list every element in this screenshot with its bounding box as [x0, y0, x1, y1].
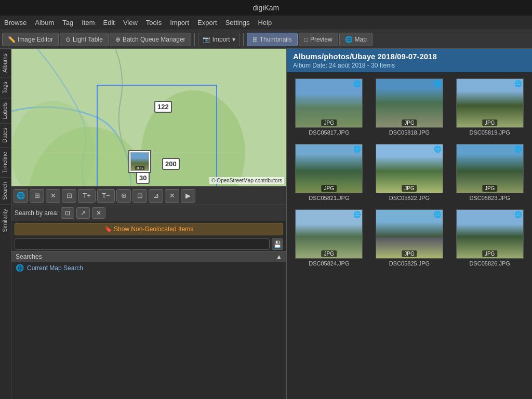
menu-item-export[interactable]: Export: [197, 19, 217, 26]
map-play-btn[interactable]: ▶: [181, 189, 195, 203]
thumbnails-icon: ⊞: [252, 36, 258, 43]
map-tplus-btn[interactable]: T+: [78, 189, 96, 203]
menubar: BrowseAlbumTagItemEditViewToolsImportExp…: [0, 16, 532, 30]
thumbnails-button[interactable]: ⊞ Thumbnails: [247, 33, 298, 46]
cluster-200[interactable]: 200: [162, 158, 180, 170]
preview-button[interactable]: □ Preview: [299, 33, 338, 46]
map-x-btn[interactable]: ✕: [46, 189, 60, 203]
search-save-btn[interactable]: 💾: [272, 238, 283, 250]
show-non-geo-button[interactable]: 🔖 Show Non-Geolocated Items: [15, 223, 283, 235]
thumbnail-item[interactable]: 🌐JPGDSC05824.JPG: [291, 207, 367, 269]
menu-item-import[interactable]: Import: [170, 19, 189, 26]
menu-item-view[interactable]: View: [123, 19, 138, 26]
thumbnail-image: 🌐JPG: [456, 144, 524, 193]
map-move-btn[interactable]: ⊕: [116, 189, 131, 203]
thumbnail-name: DSC05821.JPG: [309, 195, 349, 201]
search-area-arrow-btn[interactable]: ↗: [76, 207, 90, 219]
thumbnail-item[interactable]: 🌐JPGDSC05817.JPG: [291, 76, 367, 138]
menu-item-item[interactable]: Item: [82, 19, 95, 26]
search-item-current-map[interactable]: 🌐 Current Map Search: [11, 262, 286, 274]
left-tab-search[interactable]: Search: [0, 177, 11, 204]
batch-queue-icon: ⊕: [115, 36, 121, 43]
toolbar: ✏️ Image Editor ⊙ Light Table ⊕ Batch Qu…: [0, 30, 532, 49]
searches-collapse-icon[interactable]: ▲: [276, 253, 282, 260]
jpg-badge: JPG: [322, 250, 337, 257]
menu-item-tools[interactable]: Tools: [146, 19, 162, 26]
app-title: digiKam: [253, 4, 280, 12]
map-container[interactable]: Parc national du Mercantour (cœur) Parco…: [11, 49, 286, 186]
left-tabs: AlbumsTagsLabelsDatesTimelineSearchSimil…: [0, 49, 11, 399]
menu-item-settings[interactable]: Settings: [225, 19, 250, 26]
batch-queue-button[interactable]: ⊕ Batch Queue Manager: [110, 33, 191, 46]
thumbnail-image: 🌐JPG: [376, 144, 443, 193]
left-tab-labels[interactable]: Labels: [0, 98, 11, 123]
geo-icon: 🌐: [434, 80, 442, 87]
right-panel: Albums/photos/Ubaye 2018/09-07-2018 Albu…: [287, 49, 532, 399]
menu-item-tag[interactable]: Tag: [62, 19, 73, 26]
menu-item-browse[interactable]: Browse: [4, 19, 26, 26]
thumbnail-item[interactable]: 🌐JPGDSC05819.JPG: [451, 76, 528, 138]
map-box-btn[interactable]: ⊡: [132, 189, 147, 203]
left-tab-albums[interactable]: Albums: [0, 49, 11, 77]
thumbnail-image: 🌐JPG: [295, 78, 363, 128]
left-tab-similarity[interactable]: Similarity: [0, 204, 11, 236]
thumbnail-item[interactable]: 🌐JPGDSC05821.JPG: [291, 142, 367, 203]
map-grid-btn[interactable]: ⊞: [30, 189, 44, 203]
geo-icon: 🌐: [353, 211, 361, 218]
thumbnail-image: 🌐JPG: [295, 209, 363, 259]
map-tminus-btn[interactable]: T−: [97, 189, 115, 203]
searches-list: 🌐 Current Map Search: [11, 262, 286, 399]
menu-item-edit[interactable]: Edit: [103, 19, 114, 26]
geo-icon: 🌐: [353, 80, 361, 87]
left-tab-timeline[interactable]: Timeline: [0, 147, 11, 177]
map-globe-btn[interactable]: 🌐: [14, 189, 28, 203]
import-icon: 📷: [203, 36, 210, 43]
toolbar-separator-2: [243, 33, 244, 46]
cluster-photo[interactable]: JPG: [128, 150, 151, 173]
search-item-label: Current Map Search: [27, 264, 83, 272]
cluster-30[interactable]: 30: [136, 172, 150, 184]
left-tab-dates[interactable]: Dates: [0, 123, 11, 147]
geo-icon: 🌐: [353, 145, 361, 153]
map-filter-btn[interactable]: ⊿: [149, 189, 163, 203]
menu-item-album[interactable]: Album: [35, 19, 54, 26]
search-area-clear-btn[interactable]: ✕: [92, 207, 105, 219]
search-area-row: Search by area: ⊡ ↗ ✕: [11, 205, 286, 221]
image-editor-button[interactable]: ✏️ Image Editor: [2, 33, 59, 46]
thumbnail-name: DSC05826.JPG: [470, 260, 510, 267]
thumbnail-name: DSC05817.JPG: [309, 129, 349, 136]
menu-item-help[interactable]: Help: [258, 19, 272, 26]
light-table-icon: ⊙: [65, 36, 71, 43]
light-table-button[interactable]: ⊙ Light Table: [60, 33, 109, 46]
jpg-badge: JPG: [322, 119, 337, 126]
map-icon: 🌐: [345, 36, 353, 43]
map-square-btn[interactable]: ⊡: [62, 189, 76, 203]
thumbnail-item[interactable]: 🌐JPGDSC05823.JPG: [451, 142, 528, 203]
thumbnail-item[interactable]: 🌐JPGDSC05826.JPG: [451, 207, 528, 269]
map-close-btn[interactable]: ✕: [165, 189, 179, 203]
search-text-input[interactable]: [15, 238, 270, 250]
thumbnail-name: DSC05823.JPG: [470, 195, 510, 201]
album-title: Albums/photos/Ubaye 2018/09-07-2018: [293, 52, 526, 61]
search-area-rect-btn[interactable]: ⊡: [61, 207, 74, 219]
map-button[interactable]: 🌐 Map: [339, 33, 373, 46]
thumbnail-item[interactable]: 🌐JPGDSC05825.JPG: [371, 207, 448, 269]
jpg-badge: JPG: [482, 250, 497, 257]
geo-icon: 🌐: [434, 145, 442, 153]
geo-icon: 🌐: [514, 211, 522, 218]
thumbnail-name: DSC05819.JPG: [470, 129, 510, 136]
left-tab-tags[interactable]: Tags: [0, 77, 11, 98]
thumbnail-name: DSC05825.JPG: [389, 260, 430, 267]
geo-icon: 🌐: [514, 80, 522, 87]
thumbnail-image: 🌐JPG: [295, 144, 363, 193]
cluster-122[interactable]: 122: [154, 101, 172, 113]
thumbnail-image: 🌐JPG: [376, 209, 443, 259]
jpg-badge: JPG: [322, 185, 337, 192]
jpg-badge: JPG: [402, 185, 417, 192]
thumbnail-item[interactable]: 🌐JPGDSC05822.JPG: [371, 142, 448, 203]
import-button[interactable]: 📷 Import ▾: [198, 33, 240, 46]
thumbnail-name: DSC05818.JPG: [389, 129, 430, 136]
geo-icon: 🌐: [434, 211, 442, 218]
thumbnail-item[interactable]: 🌐JPGDSC05818.JPG: [371, 76, 448, 138]
titlebar: digiKam: [0, 0, 532, 16]
